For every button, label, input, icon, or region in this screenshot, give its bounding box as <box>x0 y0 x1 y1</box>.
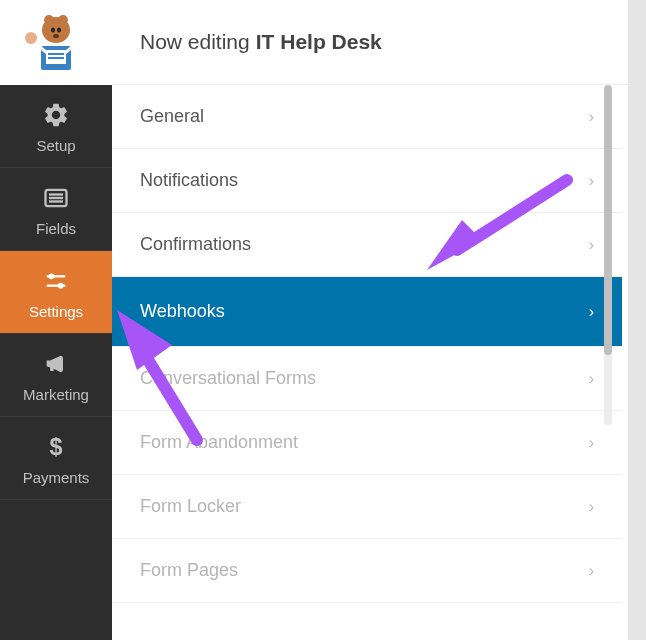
nav-label: Marketing <box>23 386 89 403</box>
settings-item-notifications[interactable]: Notifications › <box>112 149 622 213</box>
svg-rect-12 <box>27 36 30 42</box>
svg-text:$: $ <box>50 434 63 460</box>
settings-item-webhooks[interactable]: Webhooks › <box>112 277 622 347</box>
chevron-right-icon: › <box>589 434 594 452</box>
scrollbar[interactable] <box>604 85 612 425</box>
settings-list: General › Notifications › Confirmations … <box>112 85 628 640</box>
svg-point-3 <box>51 27 55 32</box>
svg-point-2 <box>58 15 68 25</box>
settings-item-form-locker[interactable]: Form Locker › <box>112 475 622 539</box>
svg-rect-9 <box>48 53 64 55</box>
settings-item-confirmations[interactable]: Confirmations › <box>112 213 622 277</box>
settings-item-form-abandonment[interactable]: Form Abandonment › <box>112 411 622 475</box>
gear-icon <box>40 99 72 131</box>
chevron-right-icon: › <box>589 498 594 516</box>
page-header: Now editing IT Help Desk <box>112 0 628 85</box>
bullhorn-icon <box>40 348 72 380</box>
nav-item-settings[interactable]: Settings <box>0 251 112 334</box>
main-panel: Now editing IT Help Desk General › Notif… <box>112 0 628 640</box>
nav-label: Payments <box>23 469 90 486</box>
settings-item-label: Form Abandonment <box>140 432 298 453</box>
nav-item-setup[interactable]: Setup <box>0 85 112 168</box>
nav-label: Settings <box>29 303 83 320</box>
nav-item-marketing[interactable]: Marketing <box>0 334 112 417</box>
settings-item-label: Webhooks <box>140 301 225 322</box>
settings-item-general[interactable]: General › <box>112 85 622 149</box>
settings-item-label: Conversational Forms <box>140 368 316 389</box>
chevron-right-icon: › <box>589 108 594 126</box>
settings-item-label: Form Locker <box>140 496 241 517</box>
settings-item-label: Form Pages <box>140 560 238 581</box>
settings-item-form-pages[interactable]: Form Pages › <box>112 539 622 603</box>
scrollbar-thumb[interactable] <box>604 85 612 355</box>
settings-item-label: Notifications <box>140 170 238 191</box>
settings-item-conversational-forms[interactable]: Conversational Forms › <box>112 347 622 411</box>
settings-item-label: General <box>140 106 204 127</box>
dollar-icon: $ <box>40 431 72 463</box>
settings-item-label: Confirmations <box>140 234 251 255</box>
nav-item-payments[interactable]: $ Payments <box>0 417 112 500</box>
svg-point-18 <box>48 273 54 279</box>
nav-label: Setup <box>36 137 75 154</box>
sliders-icon <box>40 265 72 297</box>
svg-point-20 <box>58 282 64 288</box>
nav-item-fields[interactable]: Fields <box>0 168 112 251</box>
chevron-right-icon: › <box>589 172 594 190</box>
svg-point-5 <box>53 34 59 38</box>
editing-prefix: Now editing <box>140 30 250 54</box>
form-title: IT Help Desk <box>256 30 382 54</box>
app-logo <box>0 0 112 85</box>
svg-rect-10 <box>48 57 64 59</box>
chevron-right-icon: › <box>589 303 594 321</box>
chevron-right-icon: › <box>589 236 594 254</box>
chevron-right-icon: › <box>589 562 594 580</box>
sidebar: Setup Fields Settings Marketing $ Paymen… <box>0 0 112 640</box>
right-gutter <box>628 0 646 640</box>
wpforms-logo <box>21 8 91 78</box>
svg-point-1 <box>44 15 54 25</box>
svg-point-11 <box>25 32 37 44</box>
list-icon <box>40 182 72 214</box>
svg-point-4 <box>57 27 61 32</box>
chevron-right-icon: › <box>589 370 594 388</box>
nav-label: Fields <box>36 220 76 237</box>
